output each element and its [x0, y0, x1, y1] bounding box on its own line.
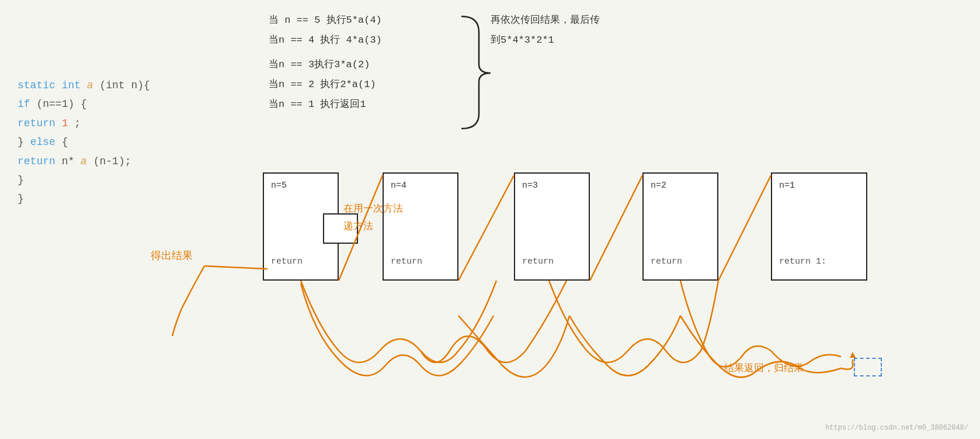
frame-n5-return: return [271, 257, 303, 267]
annotation-right: 再依次传回结果，最后传 到5*4*3*2*1 [491, 11, 600, 50]
label-get-result: 得出结果 [151, 248, 193, 262]
label-recursive-2: 递方法 [343, 219, 373, 233]
main-container: static int a (int n){ if (n==1) { return… [0, 0, 980, 439]
frame-n3: n=3 return [514, 172, 590, 281]
svg-line-2 [590, 175, 642, 281]
svg-line-1 [458, 175, 514, 281]
keyword-static: static [18, 79, 55, 91]
result-box [854, 358, 882, 376]
code-line-1: static int a (int n){ [18, 76, 150, 95]
code-line-3: return 1 ; [18, 114, 150, 133]
frame-n4-label: n=4 [391, 181, 406, 191]
code-line-6: } [18, 171, 150, 189]
annotation-block: 当 n == 5 执行5*a(4) 当n == 4 执行 4*a(3) 当n =… [269, 11, 382, 115]
code-line-7: } [18, 189, 150, 208]
annot-line2: 当n == 4 执行 4*a(3) [269, 30, 382, 50]
code-line-4: } else { [18, 133, 150, 151]
frame-n1: n=1 return 1: [771, 172, 867, 281]
frame-n1-label: n=1 [779, 181, 795, 191]
frame-n4-return: return [391, 257, 422, 267]
label-result-return: 结果返回，归结果 [724, 361, 804, 375]
frame-n2-label: n=2 [651, 181, 666, 191]
svg-line-3 [718, 175, 771, 281]
annot-line3: 当n == 3执行3*a(2) [269, 55, 382, 75]
frame-n2-return: return [651, 257, 682, 267]
frame-n3-label: n=3 [522, 181, 538, 191]
frame-n4: n=4 return [383, 172, 458, 281]
label-recursive-1: 在用一次方法 [343, 202, 403, 215]
code-line-2: if (n==1) { [18, 95, 150, 113]
svg-marker-4 [850, 352, 856, 358]
annot-right-2: 到5*4*3*2*1 [491, 30, 600, 50]
frame-n5-label: n=5 [271, 181, 287, 191]
frame-n3-return: return [522, 257, 554, 267]
code-line-5: return n* a (n-1); [18, 152, 150, 171]
annot-line5: 当n == 1 执行返回1 [269, 95, 382, 115]
frame-n2: n=2 return [642, 172, 718, 281]
annot-line4: 当n == 2 执行2*a(1) [269, 75, 382, 95]
frame-n1-return: return 1: [779, 257, 826, 267]
code-block: static int a (int n){ if (n==1) { return… [18, 76, 150, 209]
watermark: https://blog.csdn.net/m0_38062048/ [825, 424, 968, 432]
annot-right-1: 再依次传回结果，最后传 [491, 11, 600, 30]
annot-line1: 当 n == 5 执行5*a(4) [269, 11, 382, 30]
